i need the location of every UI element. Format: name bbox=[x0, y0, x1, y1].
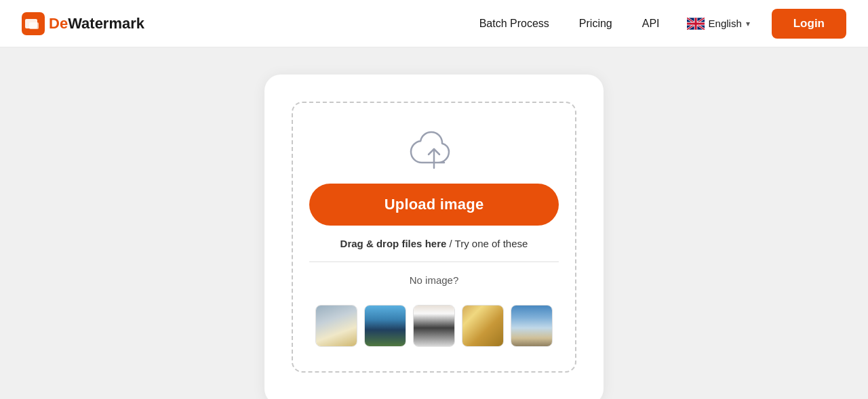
sample-image-3[interactable] bbox=[413, 305, 455, 347]
logo-icon bbox=[22, 12, 45, 35]
language-label: English bbox=[709, 18, 742, 29]
no-image-label: No image? bbox=[410, 274, 459, 286]
cloud-upload-icon bbox=[407, 127, 461, 171]
sample-images-row bbox=[315, 305, 553, 347]
upload-dropzone[interactable]: Upload image Drag & drop files here / Tr… bbox=[292, 102, 576, 373]
sample-image-5[interactable] bbox=[511, 305, 553, 347]
chevron-down-icon: ▾ bbox=[746, 19, 750, 28]
main-content: Upload image Drag & drop files here / Tr… bbox=[0, 47, 868, 399]
sample-image-4[interactable] bbox=[462, 305, 504, 347]
logo-text: DeWatermark bbox=[49, 15, 144, 33]
main-nav: Batch Process Pricing API English ▾ Logi… bbox=[469, 9, 846, 39]
divider bbox=[309, 261, 559, 262]
nav-batch-process[interactable]: Batch Process bbox=[469, 12, 560, 35]
nav-api[interactable]: API bbox=[631, 12, 671, 35]
upload-image-button[interactable]: Upload image bbox=[309, 184, 559, 226]
drag-drop-text: Drag & drop files here / Try one of thes… bbox=[340, 238, 528, 249]
nav-pricing[interactable]: Pricing bbox=[568, 12, 623, 35]
sample-image-2[interactable] bbox=[364, 305, 406, 347]
svg-rect-2 bbox=[29, 22, 39, 29]
sample-image-1[interactable] bbox=[315, 305, 357, 347]
upload-card: Upload image Drag & drop files here / Tr… bbox=[264, 75, 604, 399]
header: DeWatermark Batch Process Pricing API En… bbox=[0, 0, 868, 47]
uk-flag-icon bbox=[687, 18, 705, 30]
language-selector[interactable]: English ▾ bbox=[679, 12, 758, 35]
logo[interactable]: DeWatermark bbox=[22, 12, 144, 35]
login-button[interactable]: Login bbox=[772, 9, 846, 39]
